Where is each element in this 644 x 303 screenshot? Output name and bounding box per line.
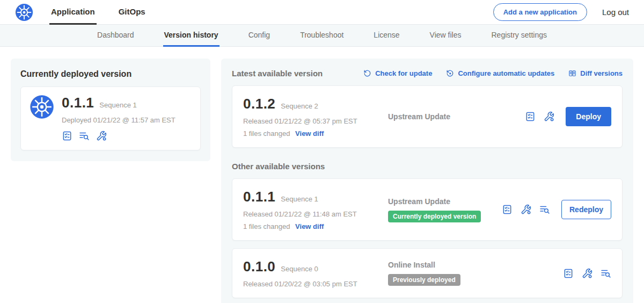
subnav-item-version-history[interactable]: Version history — [163, 25, 219, 47]
version-source-column: Upstream Update Currently deployed versi… — [378, 197, 495, 222]
version-actions: Redeploy — [495, 200, 611, 219]
released-date: Released 01/21/22 @ 11:48 am EST — [243, 210, 378, 218]
released-date: Released 01/20/22 @ 03:05 pm EST — [243, 280, 378, 288]
version-info: 0.1.0 Sequence 0 Released 01/20/22 @ 03:… — [243, 258, 378, 288]
files-changed-label: 1 files changed — [243, 222, 290, 230]
view-files-icon[interactable] — [539, 204, 550, 215]
deployed-actions — [62, 131, 175, 141]
app-icon — [30, 95, 54, 141]
topbar: Application GitOps Add a new application… — [0, 0, 644, 25]
version-card-0-1-1: 0.1.1 Sequence 1 Released 01/21/22 @ 11:… — [232, 178, 623, 241]
app-subnav: Dashboard Version history Config Trouble… — [0, 25, 644, 47]
subnav-item-view-files[interactable]: View files — [429, 25, 463, 47]
version-info: 0.1.2 Sequence 2 Released 01/21/22 @ 05:… — [243, 96, 378, 138]
other-versions-title: Other available versions — [232, 162, 623, 171]
currently-deployed-badge: Currently deployed version — [388, 211, 481, 222]
release-notes-icon[interactable] — [62, 131, 72, 141]
version-info: 0.1.1 Sequence 1 Released 01/21/22 @ 11:… — [243, 189, 378, 230]
main-tabs: Application GitOps — [49, 0, 167, 25]
subnav-item-dashboard[interactable]: Dashboard — [96, 25, 135, 47]
edit-config-icon[interactable] — [96, 131, 107, 141]
check-for-update-link[interactable]: Check for update — [363, 69, 432, 77]
diff-versions-link[interactable]: Diff versions — [568, 69, 623, 77]
available-panel-header: Latest available version Check for updat… — [232, 67, 623, 78]
diff-versions-label: Diff versions — [580, 69, 623, 77]
currently-deployed-panel: Currently deployed version 0.1.1 Sequenc… — [11, 59, 210, 161]
edit-config-icon[interactable] — [582, 268, 592, 279]
deployed-sequence-label: Sequence 1 — [99, 101, 136, 109]
deployed-panel-title: Currently deployed version — [20, 67, 201, 79]
check-for-update-label: Check for update — [375, 69, 432, 77]
available-header-actions: Check for update Configure automatic upd… — [363, 69, 623, 77]
subnav-item-license[interactable]: License — [372, 25, 400, 47]
deploy-button[interactable]: Deploy — [566, 107, 611, 126]
sequence-label: Sequence 0 — [281, 265, 318, 273]
version-card-latest: 0.1.2 Sequence 2 Released 01/21/22 @ 05:… — [232, 85, 623, 148]
release-notes-icon[interactable] — [525, 111, 536, 122]
view-files-icon[interactable] — [601, 268, 611, 279]
view-diff-link[interactable]: View diff — [295, 222, 324, 230]
version-number: 0.1.0 — [243, 258, 275, 275]
version-actions: Deploy — [518, 107, 611, 126]
redeploy-button[interactable]: Redeploy — [561, 200, 611, 219]
released-date: Released 01/21/22 @ 05:37 pm EST — [243, 117, 378, 125]
deployed-version-card: 0.1.1 Sequence 1 Deployed 01/21/22 @ 11:… — [20, 86, 201, 150]
version-source-column: Online Install Previously deployed — [378, 261, 557, 286]
diff-versions-icon — [568, 69, 576, 77]
release-notes-icon[interactable] — [563, 268, 574, 279]
deployed-version-body: 0.1.1 Sequence 1 Deployed 01/21/22 @ 11:… — [62, 95, 175, 141]
logout-button[interactable]: Log out — [602, 8, 629, 17]
version-card-0-1-0: 0.1.0 Sequence 0 Released 01/20/22 @ 03:… — [232, 248, 623, 298]
version-number: 0.1.2 — [243, 96, 275, 112]
release-notes-icon[interactable] — [502, 204, 513, 215]
auto-updates-icon — [446, 69, 454, 77]
sequence-label: Sequence 2 — [281, 102, 318, 110]
version-source: Upstream Update — [388, 197, 495, 206]
add-application-button[interactable]: Add a new application — [493, 3, 587, 21]
version-source-column: Upstream Update — [378, 112, 518, 121]
version-actions — [557, 268, 611, 279]
view-files-icon[interactable] — [79, 131, 90, 141]
available-panel-title: Latest available version — [232, 69, 323, 78]
version-number: 0.1.1 — [243, 189, 275, 205]
edit-config-icon[interactable] — [521, 204, 531, 215]
deployed-date: Deployed 01/21/22 @ 11:57 am EST — [62, 116, 175, 124]
version-source: Online Install — [388, 261, 557, 269]
tab-application[interactable]: Application — [49, 0, 97, 25]
app-logo-icon — [15, 3, 33, 21]
files-changed-label: 1 files changed — [243, 129, 290, 138]
topbar-right: Add a new application Log out — [493, 3, 629, 21]
check-update-icon — [363, 69, 371, 77]
deployed-version-number: 0.1.1 — [62, 95, 94, 111]
tab-gitops[interactable]: GitOps — [117, 0, 147, 25]
sequence-label: Sequence 1 — [281, 195, 318, 203]
previously-deployed-badge: Previously deployed — [388, 274, 460, 286]
edit-config-icon[interactable] — [544, 111, 554, 122]
subnav-item-troubleshoot[interactable]: Troubleshoot — [299, 25, 345, 47]
subnav-item-config[interactable]: Config — [247, 25, 271, 47]
configure-auto-updates-label: Configure automatic updates — [458, 69, 554, 77]
main-content: Currently deployed version 0.1.1 Sequenc… — [0, 47, 644, 303]
available-versions-panel: Latest available version Check for updat… — [221, 59, 633, 303]
files-changed-row: 1 files changed View diff — [243, 129, 378, 138]
subnav-item-registry-settings[interactable]: Registry settings — [491, 25, 548, 47]
files-changed-row: 1 files changed View diff — [243, 222, 378, 230]
configure-auto-updates-link[interactable]: Configure automatic updates — [446, 69, 554, 77]
view-diff-link[interactable]: View diff — [295, 129, 324, 138]
version-source: Upstream Update — [388, 112, 518, 121]
